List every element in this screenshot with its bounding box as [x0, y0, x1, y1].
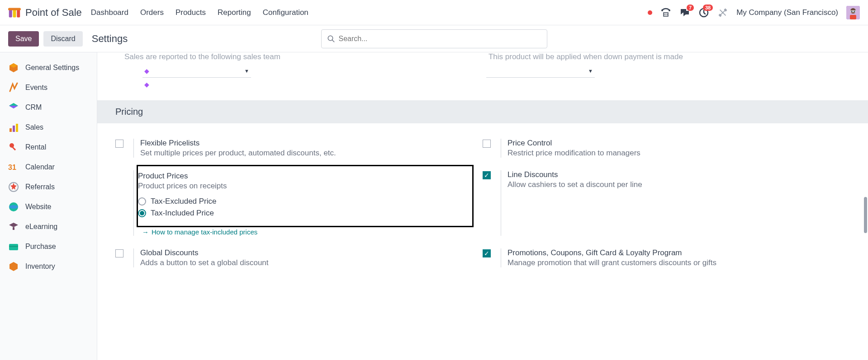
sidebar-label: Referrals: [25, 183, 55, 191]
svg-rect-23: [16, 124, 18, 132]
sidebar-item-referrals[interactable]: Referrals: [0, 177, 97, 197]
setting-flexible-pricelists: Flexible Pricelists Set multiple prices …: [115, 132, 483, 164]
sidebar-label: Sales: [25, 123, 43, 131]
setting-title: Price Control: [508, 139, 841, 148]
nav-reporting[interactable]: Reporting: [218, 8, 251, 17]
sidebar-item-rental[interactable]: Rental: [0, 137, 97, 157]
nav-orders[interactable]: Orders: [140, 8, 164, 17]
sidebar-item-calendar[interactable]: 31Calendar: [0, 157, 97, 177]
chat-badge: 7: [687, 5, 694, 11]
partial-left-text: Sales are reported to the following sale…: [124, 52, 280, 61]
setting-desc: Product prices on receipts: [138, 182, 466, 191]
phone-icon[interactable]: [660, 7, 671, 18]
sidebar-item-general[interactable]: General Settings: [0, 58, 97, 78]
sidebar-item-crm[interactable]: CRM: [0, 98, 97, 117]
svg-rect-3: [8, 8, 21, 10]
setting-desc: Manage promotion that will grant custome…: [508, 258, 841, 267]
sales-icon: [8, 122, 19, 133]
svg-marker-33: [9, 262, 18, 271]
sidebar-label: Calendar: [25, 163, 55, 171]
setting-title: Line Discounts: [508, 170, 841, 179]
flexible-pricelists-checkbox[interactable]: [115, 140, 123, 148]
setting-title: Promotions, Coupons, Gift Card & Loyalty…: [508, 248, 841, 257]
chevron-down-icon: ▼: [244, 68, 249, 74]
svg-rect-16: [850, 15, 856, 19]
svg-point-5: [669, 9, 670, 11]
svg-rect-30: [13, 227, 14, 230]
pricing-settings-grid: Flexible Pricelists Set multiple prices …: [97, 123, 868, 283]
svg-rect-1: [13, 9, 16, 18]
tax-help-link[interactable]: →How to manage tax-included prices: [142, 228, 474, 236]
sidebar-item-elearning[interactable]: eLearning: [0, 217, 97, 237]
app-logo-area[interactable]: Point of Sale: [8, 6, 82, 19]
svg-rect-2: [17, 9, 20, 18]
company-selector[interactable]: My Company (San Francisco): [736, 8, 838, 17]
sidebar-label: Rental: [25, 143, 46, 151]
svg-rect-22: [13, 126, 15, 132]
discard-button[interactable]: Discard: [43, 31, 82, 47]
svg-point-29: [9, 205, 18, 209]
sales-team-dropdown[interactable]: ◆▼: [142, 64, 251, 78]
tools-icon[interactable]: [717, 7, 728, 18]
inventory-icon: [8, 261, 19, 272]
layout: General Settings Events CRM Sales Rental…: [0, 52, 868, 360]
setting-title: Flexible Pricelists: [140, 139, 474, 148]
sidebar-item-website[interactable]: Website: [0, 197, 97, 217]
elearning-icon: [8, 221, 19, 232]
scrollbar-thumb[interactable]: [864, 197, 867, 233]
notification-dot-icon[interactable]: [648, 10, 652, 15]
setting-desc: Set multiple prices per product, automat…: [140, 149, 474, 158]
user-avatar[interactable]: [846, 6, 860, 19]
events-icon: [8, 82, 19, 93]
setting-product-prices: Product Prices Product prices on receipt…: [115, 164, 483, 242]
sidebar-label: General Settings: [25, 64, 79, 72]
app-title: Point of Sale: [25, 7, 82, 19]
deposit-product-dropdown[interactable]: ▼: [486, 64, 595, 78]
search-box[interactable]: [321, 29, 547, 48]
sidebar-item-events[interactable]: Events: [0, 78, 97, 98]
promotions-checkbox[interactable]: ✓: [483, 249, 491, 257]
global-discounts-checkbox[interactable]: [115, 249, 123, 257]
setting-desc: Adds a button to set a global discount: [140, 258, 474, 267]
chat-icon[interactable]: 7: [679, 7, 690, 18]
sidebar-label: Purchase: [25, 243, 56, 251]
tax-included-option[interactable]: Tax-Included Price: [138, 209, 466, 218]
line-discounts-checkbox[interactable]: ✓: [483, 171, 491, 179]
referrals-icon: [8, 182, 19, 192]
sales-team-tag[interactable]: ◆: [142, 78, 251, 91]
tax-excluded-option[interactable]: Tax-Excluded Price: [138, 197, 466, 206]
crm-icon: [8, 102, 19, 113]
purchase-icon: [8, 241, 19, 252]
svg-rect-0: [9, 9, 12, 18]
activity-clock-icon[interactable]: 38: [698, 7, 709, 18]
settings-sidebar: General Settings Events CRM Sales Rental…: [0, 52, 97, 360]
calendar-icon: 31: [8, 162, 19, 173]
nav-products[interactable]: Products: [175, 8, 206, 17]
gem-icon: ◆: [144, 67, 149, 75]
topbar-right: 7 38 My Company (San Francisco): [648, 6, 860, 19]
save-button[interactable]: Save: [8, 31, 39, 47]
radio-selected-icon: [138, 209, 146, 217]
search-input[interactable]: [339, 35, 541, 43]
gear-hex-icon: [8, 62, 19, 73]
sidebar-item-inventory[interactable]: Inventory: [0, 257, 97, 276]
svg-rect-14: [851, 11, 853, 12]
setting-price-control: Price Control Restrict price modificatio…: [483, 132, 850, 164]
partial-section: Sales are reported to the following sale…: [97, 52, 868, 100]
nav-configuration[interactable]: Configuration: [263, 8, 308, 17]
radio-icon: [138, 197, 146, 206]
chevron-down-icon: ▼: [588, 68, 593, 74]
sidebar-item-purchase[interactable]: Purchase: [0, 237, 97, 257]
nav-dashboard[interactable]: Dashboard: [91, 8, 128, 17]
rental-icon: [8, 142, 19, 153]
setting-desc: Restrict price modification to managers: [508, 149, 841, 158]
svg-rect-25: [12, 146, 16, 150]
product-prices-highlight: Product Prices Product prices on receipt…: [137, 165, 474, 227]
search-wrap: [321, 29, 547, 48]
setting-desc: Allow cashiers to set a discount per lin…: [508, 180, 841, 189]
sidebar-label: CRM: [25, 103, 42, 112]
svg-rect-15: [854, 11, 855, 12]
search-icon: [327, 35, 335, 43]
sidebar-item-sales[interactable]: Sales: [0, 117, 97, 137]
price-control-checkbox[interactable]: [483, 140, 491, 148]
